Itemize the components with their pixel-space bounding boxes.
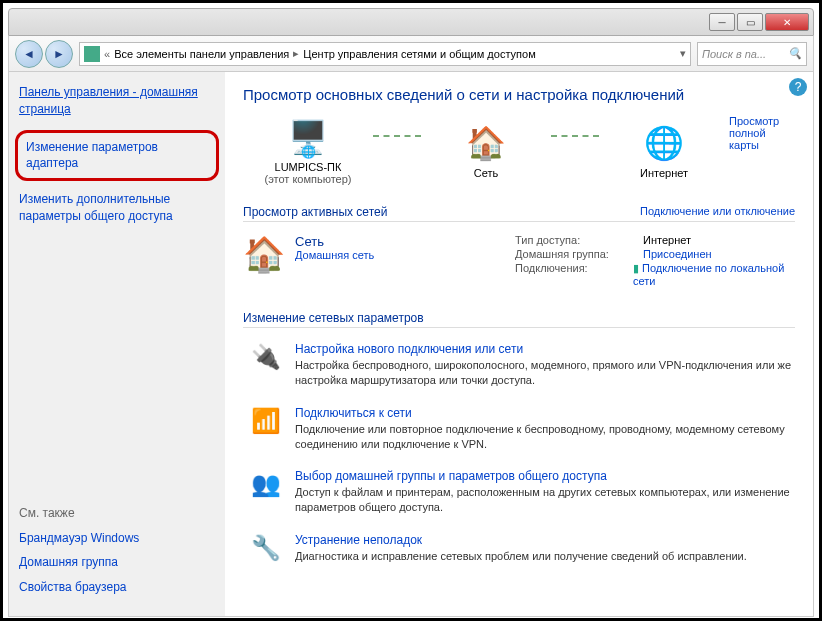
sidebar-adapter-link[interactable]: Изменение параметров адаптера: [26, 139, 208, 173]
access-value: Интернет: [643, 234, 691, 246]
net-label: Сеть: [474, 167, 498, 179]
connection-line: [373, 135, 421, 137]
task-item: 👥 Выбор домашней группы и параметров общ…: [243, 459, 795, 523]
new-connection-icon: 🔌: [251, 342, 281, 372]
network-type-link[interactable]: Домашняя сеть: [295, 249, 374, 261]
sidebar-footer: См. также Брандмауэр Windows Домашняя гр…: [19, 506, 215, 604]
inet-label: Интернет: [640, 167, 688, 179]
connect-network-icon: 📶: [251, 406, 281, 436]
signal-icon: ▮: [633, 262, 639, 274]
back-button[interactable]: ◄: [15, 40, 43, 68]
fullmap-link[interactable]: Просмотр полной карты: [729, 115, 795, 151]
node-internet: 🌐 Интернет: [599, 121, 729, 179]
task-title-link[interactable]: Настройка нового подключения или сети: [295, 342, 795, 356]
task-title-link[interactable]: Выбор домашней группы и параметров общег…: [295, 469, 795, 483]
active-network-details: Тип доступа: Интернет Домашняя группа: П…: [515, 234, 795, 289]
task-desc: Подключение или повторное подключение к …: [295, 422, 795, 452]
seealso-browser[interactable]: Свойства браузера: [19, 579, 215, 596]
task-item: 🔌 Настройка нового подключения или сети …: [243, 332, 795, 396]
connection-link[interactable]: ▮ Подключение по локальной сети: [633, 262, 795, 287]
network-name: Сеть: [295, 234, 374, 249]
task-title-link[interactable]: Подключиться к сети: [295, 406, 795, 420]
pc-name: LUMPICS-ПК: [275, 161, 342, 173]
homegroup-link[interactable]: Присоединен: [643, 248, 712, 260]
sidebar-sharing-link[interactable]: Изменить дополнительные параметры общего…: [19, 191, 215, 225]
active-networks-header: Просмотр активных сетей Подключение или …: [243, 205, 795, 222]
connection-line: [551, 135, 599, 137]
pc-sub: (этот компьютер): [264, 173, 351, 185]
body: Панель управления - домашняя страница Из…: [8, 72, 814, 617]
homegroup-label: Домашняя группа:: [515, 248, 635, 260]
page-title: Просмотр основных сведений о сети и наст…: [243, 86, 795, 103]
network-map-row: 🖥️ 🌐 LUMPICS-ПК (этот компьютер) 🏠 Сеть …: [243, 115, 795, 191]
search-placeholder: Поиск в па...: [702, 48, 766, 60]
task-title-link[interactable]: Устранение неполадок: [295, 533, 747, 547]
seealso-firewall[interactable]: Брандмауэр Windows: [19, 530, 215, 547]
seealso-header: См. также: [19, 506, 215, 520]
access-label: Тип доступа:: [515, 234, 635, 246]
forward-button[interactable]: ►: [45, 40, 73, 68]
chevron-icon: «: [104, 48, 110, 60]
house-icon: 🏠: [464, 121, 508, 165]
network-map: 🖥️ 🌐 LUMPICS-ПК (этот компьютер) 🏠 Сеть …: [243, 115, 729, 185]
breadcrumb-dropdown[interactable]: ▾: [680, 47, 686, 60]
sidebar-home-link[interactable]: Панель управления - домашняя страница: [19, 84, 215, 118]
task-desc: Настройка беспроводного, широкополосного…: [295, 358, 795, 388]
troubleshoot-icon: 🔧: [251, 533, 281, 563]
highlight-box: Изменение параметров адаптера: [15, 130, 219, 182]
active-hdr-text: Просмотр активных сетей: [243, 205, 387, 219]
connect-disconnect-link[interactable]: Подключение или отключение: [640, 205, 795, 219]
change-settings-header: Изменение сетевых параметров: [243, 311, 795, 328]
breadcrumb-root[interactable]: Все элементы панели управления: [114, 48, 289, 60]
tasks-list: 🔌 Настройка нового подключения или сети …: [243, 332, 795, 572]
task-desc: Доступ к файлам и принтерам, расположенн…: [295, 485, 795, 515]
nav-arrows: ◄ ►: [15, 40, 73, 68]
node-pc: 🖥️ 🌐 LUMPICS-ПК (этот компьютер): [243, 115, 373, 185]
minimize-button[interactable]: ─: [709, 13, 735, 31]
sidebar: Панель управления - домашняя страница Из…: [9, 72, 225, 616]
active-network-left: 🏠 Сеть Домашняя сеть: [243, 234, 503, 289]
titlebar: ─ ▭ ✕: [8, 8, 814, 36]
breadcrumb-current[interactable]: Центр управления сетями и общим доступом: [303, 48, 535, 60]
homegroup-settings-icon: 👥: [251, 469, 281, 499]
netmap-pc-overlay-icon: 🌐: [301, 145, 316, 159]
help-icon[interactable]: ?: [789, 78, 807, 96]
node-network: 🏠 Сеть: [421, 121, 551, 179]
active-network: 🏠 Сеть Домашняя сеть Тип доступа: Интерн…: [243, 226, 795, 297]
control-panel-icon: [84, 46, 100, 62]
window: ─ ▭ ✕ ◄ ► « Все элементы панели управлен…: [0, 0, 822, 621]
change-hdr-text: Изменение сетевых параметров: [243, 311, 424, 325]
seealso-homegroup[interactable]: Домашняя группа: [19, 554, 215, 571]
close-button[interactable]: ✕: [765, 13, 809, 31]
search-icon: 🔍: [788, 47, 802, 60]
connection-label: Подключения:: [515, 262, 625, 287]
task-item: 🔧 Устранение неполадок Диагностика и исп…: [243, 523, 795, 572]
chevron-right-icon: ▸: [293, 47, 299, 60]
task-item: 📶 Подключиться к сети Подключение или по…: [243, 396, 795, 460]
active-network-text: Сеть Домашняя сеть: [295, 234, 374, 289]
globe-icon: 🌐: [642, 121, 686, 165]
connection-value: Подключение по локальной сети: [633, 262, 784, 287]
navbar: ◄ ► « Все элементы панели управления ▸ Ц…: [8, 36, 814, 72]
breadcrumb[interactable]: « Все элементы панели управления ▸ Центр…: [79, 42, 691, 66]
maximize-button[interactable]: ▭: [737, 13, 763, 31]
content: ? Просмотр основных сведений о сети и на…: [225, 72, 813, 616]
task-desc: Диагностика и исправление сетевых пробле…: [295, 549, 747, 564]
home-network-icon: 🏠: [243, 234, 285, 276]
search-input[interactable]: Поиск в па... 🔍: [697, 42, 807, 66]
